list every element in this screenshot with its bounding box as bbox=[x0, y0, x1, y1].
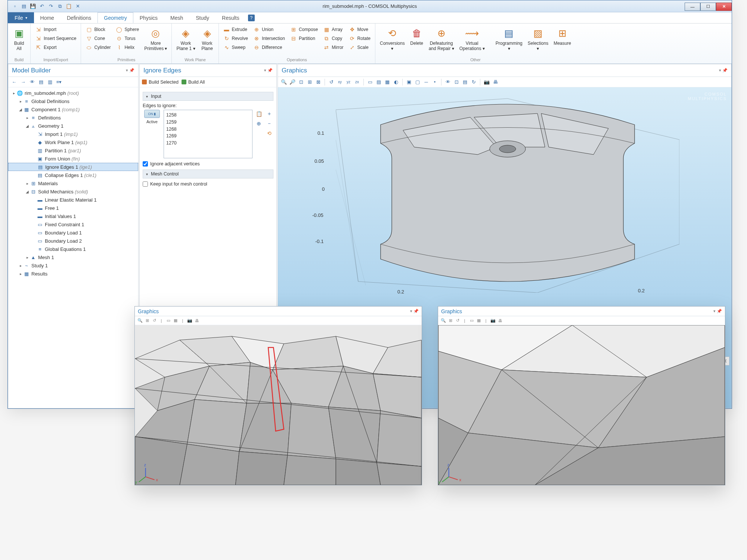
view-menu-icon[interactable]: ▤ bbox=[461, 78, 469, 86]
tree-toggle-icon[interactable]: ▸ bbox=[11, 91, 16, 95]
section-mesh-header[interactable]: Mesh Control bbox=[143, 169, 273, 178]
tree-node[interactable]: ▸≡Global Definitions bbox=[8, 97, 138, 105]
more-primitives-button[interactable]: ◎ More Primitives ▾ bbox=[142, 25, 169, 53]
tree-toggle-icon[interactable]: ▸ bbox=[18, 272, 23, 276]
sweep-button[interactable]: ∿Sweep bbox=[221, 43, 250, 52]
tree-toggle-icon[interactable]: ▸ bbox=[25, 116, 30, 120]
fl-zoom-icon[interactable]: 🔍 bbox=[137, 318, 143, 324]
float-left-pin[interactable]: ▾ 📌 bbox=[410, 309, 419, 314]
tab-definitions[interactable]: Definitions bbox=[61, 12, 97, 23]
reset-hiding-icon[interactable]: ↻ bbox=[470, 78, 477, 86]
float-graphics-right[interactable]: Graphics ▾ 📌 🔍 ⊞ ↺ | ▭ ▦ | 📷 🖶 bbox=[438, 306, 725, 485]
fr-wire-icon[interactable]: ▦ bbox=[476, 318, 482, 324]
qat-redo-icon[interactable]: ↷ bbox=[47, 2, 55, 10]
tree-node[interactable]: ◢▦Component 1 (comp1) bbox=[8, 105, 138, 113]
build-all-button[interactable]: Build All bbox=[182, 80, 205, 85]
tab-physics[interactable]: Physics bbox=[133, 12, 164, 23]
tree-toggle-icon[interactable]: ◢ bbox=[25, 124, 30, 128]
tree-node[interactable]: ▸▦Results bbox=[8, 270, 138, 278]
zoom-box-icon[interactable]: ⊡ bbox=[297, 78, 305, 86]
difference-button[interactable]: ⊖Difference bbox=[251, 43, 287, 52]
edge-item[interactable]: 1270 bbox=[166, 140, 250, 147]
qat-copy-icon[interactable]: ⧉ bbox=[56, 2, 64, 10]
fr-camera-icon[interactable]: 📷 bbox=[490, 318, 496, 324]
edge-item[interactable]: 1268 bbox=[166, 126, 250, 133]
build-selected-button[interactable]: Build Selected bbox=[142, 80, 179, 85]
tree-node[interactable]: ▥Partition 1 (par1) bbox=[8, 146, 138, 155]
float-right-viewport[interactable]: x y z bbox=[438, 325, 725, 485]
fl-wire-icon[interactable]: ▦ bbox=[173, 318, 179, 324]
ignore-adjacent-checkbox[interactable]: Ignore adjacent vertices bbox=[143, 161, 273, 167]
mirror-button[interactable]: ⇄Mirror bbox=[321, 43, 345, 52]
fr-print-icon[interactable]: 🖶 bbox=[497, 318, 503, 324]
help-icon[interactable]: ? bbox=[248, 15, 255, 21]
float-right-header[interactable]: Graphics ▾ 📌 bbox=[438, 307, 725, 316]
qat-save-icon[interactable]: 💾 bbox=[29, 2, 37, 10]
union-button[interactable]: ⊕Union bbox=[251, 25, 287, 34]
defeaturing-button[interactable]: ⊕Defeaturing and Repair ▾ bbox=[427, 25, 456, 53]
tree-node[interactable]: ◢⟁Geometry 1 bbox=[8, 122, 138, 130]
block-button[interactable]: ▢Block bbox=[83, 25, 113, 34]
virtual-ops-button[interactable]: ⟿Virtual Operations ▾ bbox=[457, 25, 487, 53]
build-all-button[interactable]: ▣ Build All bbox=[10, 25, 28, 53]
edges-listbox[interactable]: 12581259126812691270 bbox=[164, 110, 252, 158]
tree-toggle-icon[interactable]: ▸ bbox=[18, 99, 23, 103]
intersection-button[interactable]: ⊗Intersection bbox=[251, 34, 287, 43]
fl-extents-icon[interactable]: ⊞ bbox=[144, 318, 150, 324]
edge-item[interactable]: 1269 bbox=[166, 133, 250, 140]
ortho-icon[interactable]: ▭ bbox=[366, 78, 374, 86]
fr-extents-icon[interactable]: ⊞ bbox=[447, 318, 453, 324]
float-left-viewport[interactable]: x y z bbox=[135, 325, 422, 485]
panel-pin-tools[interactable]: ▾ 📌 bbox=[126, 68, 134, 73]
rotate-button[interactable]: ⟳Rotate bbox=[347, 34, 373, 43]
tree-toggle-icon[interactable]: ◢ bbox=[25, 190, 30, 194]
cone-button[interactable]: ▽Cone bbox=[83, 34, 113, 43]
qat-paste-icon[interactable]: 📋 bbox=[65, 2, 73, 10]
select-edge-icon[interactable]: ─ bbox=[422, 78, 430, 86]
tree-node[interactable]: ▭Fixed Constraint 1 bbox=[8, 220, 138, 228]
graphics-pin-tools[interactable]: ▾ 📌 bbox=[719, 68, 728, 73]
section-input-header[interactable]: Input bbox=[143, 92, 273, 101]
file-menu-button[interactable]: File bbox=[8, 12, 34, 23]
tree-node[interactable]: ▬Free 1 bbox=[8, 204, 138, 212]
float-graphics-left[interactable]: Graphics ▾ 📌 🔍 ⊞ ↺ | ▭ ▦ | 📷 🖶 bbox=[134, 306, 422, 485]
fl-ortho-icon[interactable]: ▭ bbox=[165, 318, 171, 324]
tree-node[interactable]: ▸▲Mesh 1 bbox=[8, 253, 138, 261]
zx-view-icon[interactable]: zx bbox=[353, 78, 361, 86]
zoom-sel-icon[interactable]: ⊠ bbox=[314, 78, 322, 86]
qat-new-icon[interactable]: ▫ bbox=[11, 2, 19, 10]
zoom-selection-icon[interactable]: ⊕ bbox=[255, 119, 263, 128]
tree-node[interactable]: ▬Initial Values 1 bbox=[8, 212, 138, 220]
tab-mesh[interactable]: Mesh bbox=[164, 12, 189, 23]
expand-icon[interactable]: ▥ bbox=[46, 78, 54, 86]
tree-toggle-icon[interactable]: ▸ bbox=[18, 264, 23, 268]
maximize-button[interactable]: ☐ bbox=[700, 3, 716, 11]
fl-view-icon[interactable]: ↺ bbox=[151, 318, 157, 324]
fr-zoom-icon[interactable]: 🔍 bbox=[440, 318, 446, 324]
helix-button[interactable]: ⌇Helix bbox=[114, 43, 141, 52]
lighting-icon[interactable]: ◐ bbox=[392, 78, 400, 86]
edge-item[interactable]: 1258 bbox=[166, 112, 250, 119]
tree-node[interactable]: ▣Form Union (fin) bbox=[8, 155, 138, 163]
settings-pin-tools[interactable]: ▾ 📌 bbox=[264, 68, 273, 73]
delete-button[interactable]: 🗑Delete bbox=[408, 25, 426, 47]
tree-node[interactable]: ≡Global Equations 1 bbox=[8, 245, 138, 253]
array-button[interactable]: ▦Array bbox=[321, 25, 345, 34]
cylinder-button[interactable]: ⬭Cylinder bbox=[83, 43, 113, 52]
programming-button[interactable]: ▤Programming ▾ bbox=[493, 25, 525, 53]
nav-fwd-icon[interactable]: → bbox=[19, 78, 27, 86]
wireframe-icon[interactable]: ▦ bbox=[384, 78, 391, 86]
tab-geometry[interactable]: Geometry bbox=[97, 12, 133, 23]
tree-node[interactable]: ▸~Study 1 bbox=[8, 261, 138, 270]
export-button[interactable]: ⇱Export bbox=[33, 43, 78, 52]
show-icon[interactable]: 👁 bbox=[28, 78, 36, 86]
fl-print-icon[interactable]: 🖶 bbox=[194, 318, 200, 324]
minimize-button[interactable]: — bbox=[685, 3, 700, 11]
edge-item[interactable]: 1259 bbox=[166, 119, 250, 126]
clear-icon[interactable]: ⟲ bbox=[265, 129, 273, 137]
paste-selection-icon[interactable]: 📋 bbox=[255, 110, 263, 118]
tab-results[interactable]: Results bbox=[216, 12, 246, 23]
work-plane-button[interactable]: ◈Work Plane bbox=[198, 25, 216, 53]
copy-button[interactable]: ⧉Copy bbox=[321, 34, 345, 43]
float-left-header[interactable]: Graphics ▾ 📌 bbox=[135, 307, 422, 316]
